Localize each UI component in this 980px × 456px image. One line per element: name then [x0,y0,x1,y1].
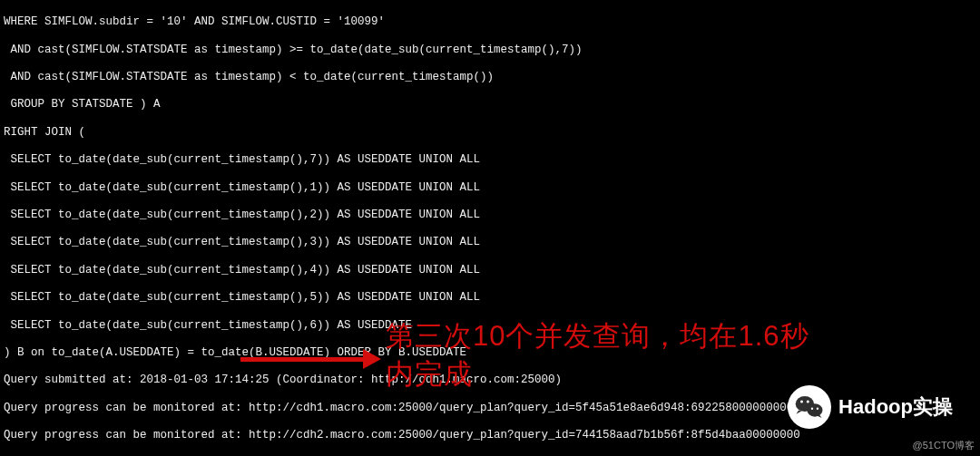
sql-line: SELECT to_date(date_sub(current_timestam… [4,153,976,167]
sql-line: GROUP BY STATSDATE ) A [4,98,976,112]
sql-line: SELECT to_date(date_sub(current_timestam… [4,291,976,305]
sql-line: SELECT to_date(date_sub(current_timestam… [4,236,976,249]
sql-line: WHERE SIMFLOW.subdir = '10' AND SIMFLOW.… [4,15,976,29]
annotation-text: 第三次10个并发查询，均在1.6秒 内完成 [386,317,809,393]
sql-line: SELECT to_date(date_sub(current_timestam… [4,209,976,222]
svg-point-2 [800,401,803,403]
annotation-line: 内完成 [386,355,809,393]
wechat-badge: Hadoop实操 [788,385,953,429]
svg-point-1 [808,403,823,416]
sql-line: RIGHT JOIN ( [4,126,976,140]
svg-point-4 [811,408,813,410]
sql-line: SELECT to_date(date_sub(current_timestam… [4,181,976,195]
annotation-arrow-icon [240,349,381,369]
wechat-icon [788,385,831,429]
sql-line: SELECT to_date(date_sub(current_timestam… [4,264,976,277]
sql-line: AND cast(SIMFLOW.STATSDATE as timestamp)… [4,71,976,84]
sql-line: AND cast(SIMFLOW.STATSDATE as timestamp)… [4,44,976,57]
svg-point-3 [807,401,809,403]
annotation-line: 第三次10个并发查询，均在1.6秒 [386,317,809,355]
badge-label: Hadoop实操 [838,400,953,413]
svg-point-5 [817,408,818,410]
progress-line: Query progress can be monitored at: http… [4,429,976,442]
watermark: @51CTO博客 [913,439,975,452]
